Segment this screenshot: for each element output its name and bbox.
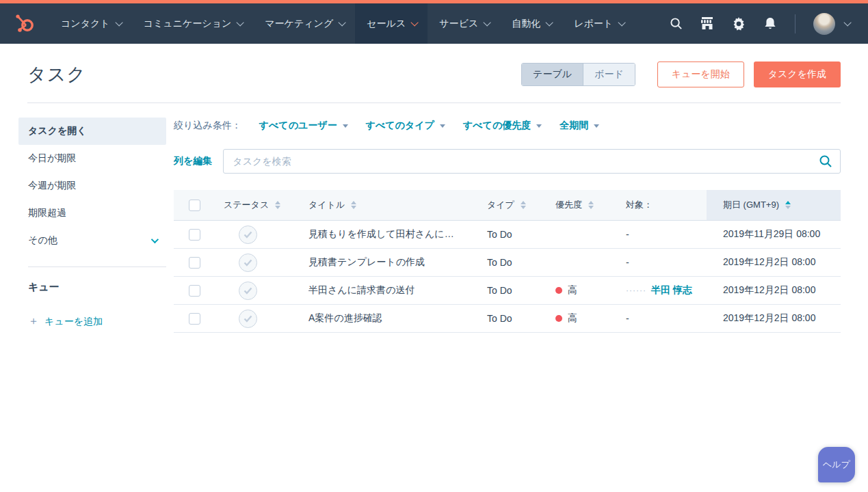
sidebar-item-label: 期限超過 — [28, 207, 66, 219]
chevron-down-icon — [411, 18, 419, 26]
target-avatar-placeholder: ······ — [626, 286, 646, 295]
sidebar-item-open-tasks[interactable]: タスクを開く — [18, 118, 166, 145]
column-label: 優先度 — [555, 199, 582, 211]
view-toggle: テーブル ボード — [521, 63, 635, 86]
check-icon — [244, 315, 252, 323]
settings-icon[interactable] — [732, 17, 746, 31]
board-view-button[interactable]: ボード — [583, 64, 635, 85]
table-view-button[interactable]: テーブル — [522, 64, 583, 85]
filter-dropdown-label: すべての優先度 — [463, 120, 531, 132]
header-due-date[interactable]: 期日 (GMT+9) — [707, 190, 841, 220]
priority-cell: 高 — [546, 305, 614, 332]
chevron-down-icon — [151, 236, 159, 243]
help-button[interactable]: ヘルプ — [818, 447, 855, 482]
filter-priority-dropdown[interactable]: すべての優先度 — [463, 120, 542, 132]
nav-item-automation[interactable]: 自動化 — [500, 3, 562, 44]
complete-task-button[interactable] — [239, 254, 257, 272]
row-checkbox[interactable] — [189, 313, 200, 325]
hubspot-logo[interactable] — [0, 3, 49, 44]
task-title-link[interactable]: 半田さんに請求書の送付 — [308, 284, 415, 297]
content-area: タスクを開く 今日が期限 今週が期限 期限超過 その他 キュー ＋ キューを追加 — [0, 103, 868, 333]
caret-down-icon — [440, 124, 445, 128]
row-checkbox[interactable] — [189, 257, 200, 269]
sidebar-item-overdue[interactable]: 期限超過 — [18, 200, 166, 227]
edit-columns-link[interactable]: 列を編集 — [174, 155, 212, 167]
chevron-down-icon — [484, 18, 491, 26]
header-checkbox-cell — [174, 190, 212, 220]
select-all-checkbox[interactable] — [189, 200, 200, 211]
header-title[interactable]: タイトル — [299, 190, 477, 220]
caret-down-icon — [594, 124, 599, 128]
plus-icon: ＋ — [28, 314, 39, 329]
header-type[interactable]: タイプ — [477, 190, 546, 220]
complete-task-button[interactable] — [239, 226, 257, 244]
task-sidebar: タスクを開く 今日が期限 今週が期限 期限超過 その他 キュー ＋ キューを追加 — [18, 118, 166, 333]
header-priority[interactable]: 優先度 — [546, 190, 614, 220]
sidebar-item-due-this-week[interactable]: 今週が期限 — [18, 172, 166, 200]
priority-label: 高 — [568, 284, 577, 297]
filter-owner-dropdown[interactable]: すべてのユーザー — [259, 120, 348, 132]
nav-item-marketing[interactable]: マーケティング — [253, 3, 355, 44]
sort-arrows-icon[interactable] — [785, 201, 791, 209]
target-contact-link[interactable]: 半田 惇志 — [651, 284, 692, 297]
nav-label: マーケティング — [265, 18, 333, 30]
marketplace-icon[interactable] — [700, 17, 714, 31]
table-row: 見積書テンプレートの作成 To Do - 2019年12月2日 08:00 — [174, 249, 841, 277]
task-search-input[interactable] — [223, 149, 841, 174]
sidebar-item-more[interactable]: その他 — [18, 227, 166, 254]
sort-arrows-icon[interactable] — [275, 201, 280, 209]
search-icon[interactable] — [819, 154, 832, 171]
target-value: - — [626, 257, 629, 268]
sidebar-item-due-today[interactable]: 今日が期限 — [18, 145, 166, 172]
due-date: 2019年12月2日 08:00 — [723, 256, 815, 269]
column-label: 対象： — [626, 199, 653, 211]
sort-arrows-icon[interactable] — [351, 201, 356, 209]
sidebar-item-label: 今週が期限 — [28, 180, 76, 192]
row-checkbox[interactable] — [189, 229, 200, 241]
table-row: 見積もりを作成して田村さんに… To Do - 2019年11月29日 08:0… — [174, 221, 841, 249]
sort-arrows-icon[interactable] — [521, 201, 526, 209]
check-icon — [244, 287, 252, 295]
hubspot-sprocket-icon — [14, 14, 35, 34]
task-title-link[interactable]: 見積書テンプレートの作成 — [308, 256, 425, 269]
nav-item-communications[interactable]: コミュニケーション — [132, 3, 254, 44]
task-type: To Do — [487, 313, 512, 324]
primary-nav: コンタクト コミュニケーション マーケティング セールス サービス 自動化 レポ… — [49, 3, 635, 44]
nav-label: 自動化 — [512, 18, 540, 30]
filter-dropdown-label: すべてのユーザー — [259, 120, 337, 132]
nav-item-reports[interactable]: レポート — [562, 3, 635, 44]
account-menu[interactable] — [813, 13, 849, 35]
chevron-down-icon — [339, 18, 346, 26]
column-label: 期日 (GMT+9) — [723, 199, 779, 211]
add-queue-button[interactable]: ＋ キューを追加 — [18, 294, 166, 329]
nav-label: コンタクト — [61, 18, 110, 30]
target-value: - — [626, 313, 629, 324]
task-type: To Do — [487, 285, 512, 296]
table-toolbar: 列を編集 — [174, 149, 841, 174]
nav-item-contacts[interactable]: コンタクト — [49, 3, 132, 44]
search-icon[interactable] — [669, 17, 683, 31]
row-checkbox[interactable] — [189, 285, 200, 297]
target-value: - — [626, 229, 629, 240]
column-label: タイプ — [487, 199, 514, 211]
due-date: 2019年12月2日 08:00 — [723, 284, 815, 297]
column-label: タイトル — [308, 199, 345, 211]
complete-task-button[interactable] — [239, 310, 257, 328]
header-status[interactable]: ステータス — [212, 190, 299, 220]
filter-daterange-dropdown[interactable]: 全期間 — [560, 120, 599, 132]
nav-item-service[interactable]: サービス — [428, 3, 500, 44]
create-task-button[interactable]: タスクを作成 — [754, 62, 841, 87]
complete-task-button[interactable] — [239, 282, 257, 300]
task-type: To Do — [487, 229, 512, 240]
task-title-link[interactable]: 見積もりを作成して田村さんに… — [308, 228, 454, 241]
filter-type-dropdown[interactable]: すべてのタイプ — [366, 120, 445, 132]
filter-dropdown-label: すべてのタイプ — [366, 120, 434, 132]
column-label: ステータス — [224, 199, 269, 211]
start-queue-button[interactable]: キューを開始 — [657, 62, 744, 87]
nav-item-sales[interactable]: セールス — [355, 3, 428, 44]
task-title-link[interactable]: A案件の進捗確認 — [308, 312, 382, 325]
chevron-down-icon — [843, 18, 851, 26]
notifications-icon[interactable] — [763, 17, 777, 31]
table-row: 半田さんに請求書の送付 To Do 高 ······ 半田 惇志 2019年12… — [174, 277, 841, 305]
sort-arrows-icon[interactable] — [588, 201, 594, 209]
